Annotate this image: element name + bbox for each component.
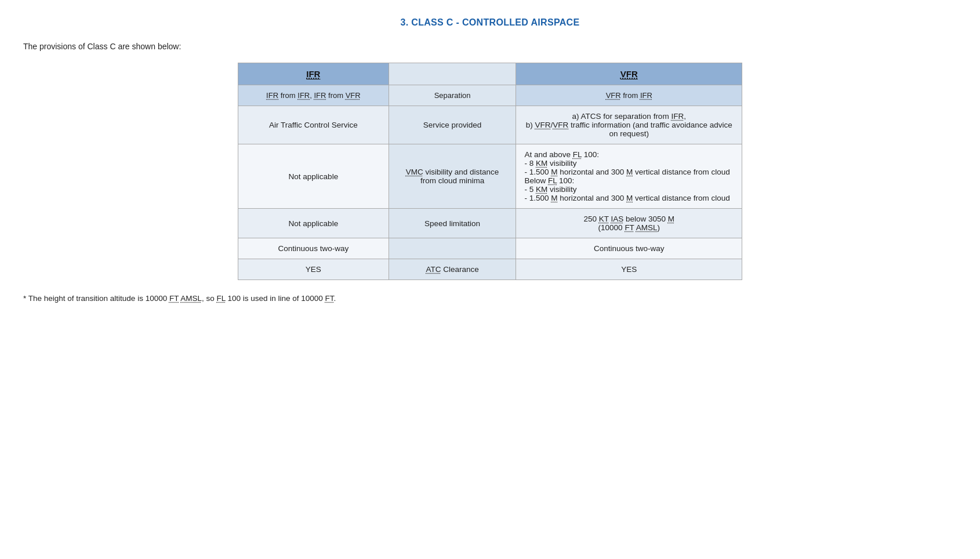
row2-mid: VMC visibility and distance from cloud m… [389, 144, 516, 209]
row3-vfr: 250 KT IAS below 3050 M (10000 FT AMSL) [516, 209, 742, 238]
header-ifr: IFR [238, 63, 389, 85]
row5-vfr: YES [516, 259, 742, 280]
table-row: Not applicable Speed limitation 250 KT I… [238, 209, 742, 238]
row4-vfr: Continuous two-way [516, 238, 742, 259]
header-row: IFR VFR [238, 63, 742, 85]
row1-mid: Service provided [389, 106, 516, 144]
row4-mid [389, 238, 516, 259]
row5-mid: ATC Clearance [389, 259, 516, 280]
table-row: Not applicable VMC visibility and distan… [238, 144, 742, 209]
page-title: 3. CLASS C - CONTROLLED AIRSPACE [23, 17, 957, 28]
header-mid [389, 63, 516, 85]
row5-ifr: YES [238, 259, 389, 280]
table-row: YES ATC Clearance YES [238, 259, 742, 280]
subheader-ifr: IFR from IFR, IFR from VFR [238, 85, 389, 106]
row4-ifr: Continuous two-way [238, 238, 389, 259]
footer-note: * The height of transition altitude is 1… [23, 294, 957, 303]
table-row: Air Traffic Control Service Service prov… [238, 106, 742, 144]
table-wrapper: IFR VFR IFR from IFR, IFR from VFR Separ… [23, 63, 957, 280]
row1-vfr: a) ATCS for separation from IFR, b) VFR/… [516, 106, 742, 144]
intro-text: The provisions of Class C are shown belo… [23, 42, 957, 51]
row2-ifr: Not applicable [238, 144, 389, 209]
row3-mid: Speed limitation [389, 209, 516, 238]
subheader-row: IFR from IFR, IFR from VFR Separation VF… [238, 85, 742, 106]
subheader-vfr: VFR from IFR [516, 85, 742, 106]
subheader-mid: Separation [389, 85, 516, 106]
row3-ifr: Not applicable [238, 209, 389, 238]
airspace-table: IFR VFR IFR from IFR, IFR from VFR Separ… [238, 63, 742, 280]
row1-ifr: Air Traffic Control Service [238, 106, 389, 144]
header-vfr: VFR [516, 63, 742, 85]
table-row: Continuous two-way Continuous two-way [238, 238, 742, 259]
row2-vfr: At and above FL 100: - 8 KM visibility -… [516, 144, 742, 209]
